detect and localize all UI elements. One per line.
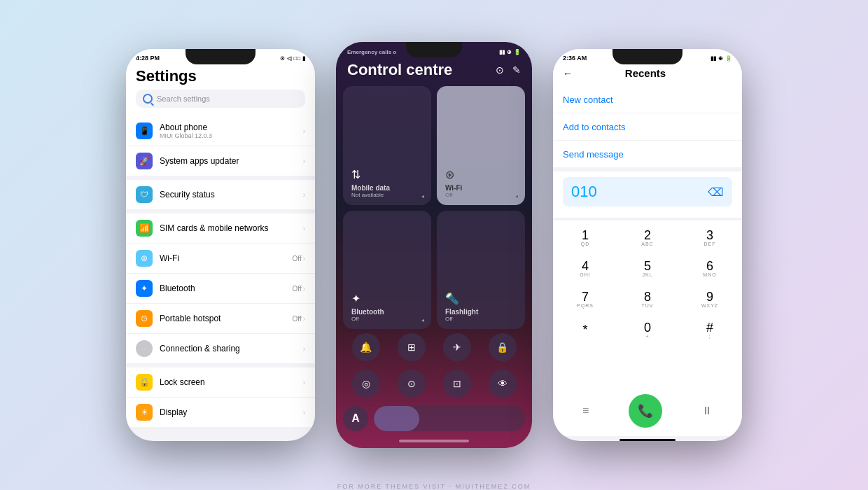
hotspot-icon: ⊙	[136, 310, 153, 327]
bluetooth-ctrl-label: Bluetooth	[351, 308, 384, 316]
settings-section-3: 📶 SIM cards & mobile networks › ⊛ Wi-Fi …	[126, 214, 315, 363]
connection-label: Connection & sharing	[160, 344, 296, 354]
updater-icon: 🚀	[136, 153, 153, 169]
key-4[interactable]: 4 GHI	[563, 254, 608, 282]
dialer-status-icons: ▮▮ ⊕ 🔋	[710, 55, 732, 62]
new-contact-item[interactable]: New contact	[553, 86, 742, 113]
settings-item-display[interactable]: ☀ Display ›	[126, 398, 315, 427]
focus-btn[interactable]: ◎	[352, 370, 380, 398]
control-header: Control centre ⊙ ✎	[336, 58, 532, 86]
settings-item-lock[interactable]: 🔒 Lock screen ›	[126, 368, 315, 398]
key-5[interactable]: 5 JKL	[625, 254, 670, 282]
settings-time: 4:28 PM	[136, 55, 160, 62]
bluetooth-label: Bluetooth	[160, 284, 286, 293]
settings-screen: 4:28 PM ⊙ ◁ □□ ▮ Settings Search setting…	[126, 49, 315, 441]
keypad-row-3: 7 PQRS 8 TUV 9 WXYZ	[563, 285, 732, 313]
watermark: FOR MORE THEMES VISIT - MIUITHEMEZ.COM	[337, 483, 531, 490]
wifi-ctrl-btn[interactable]: ⊛ Wi-Fi Off ◂	[437, 86, 525, 205]
mobile-data-btn[interactable]: ⇅ Mobile data Not available ◂	[343, 86, 431, 205]
keypad-row-4: * 0 + # ;	[563, 316, 732, 344]
font-size-btn[interactable]: A	[343, 406, 368, 431]
airplane-btn[interactable]: ✈	[443, 333, 471, 361]
flashlight-ctrl-btn[interactable]: 🔦 Flashlight Off	[437, 211, 525, 330]
backspace-button[interactable]: ⌫	[708, 186, 724, 199]
hotspot-label: Portable hotspot	[160, 314, 286, 323]
flashlight-icon: 🔦	[445, 292, 459, 305]
eye-btn[interactable]: 👁	[489, 370, 517, 398]
home-bar	[620, 439, 676, 441]
lock-rotate-btn[interactable]: 🔒	[489, 333, 517, 361]
settings-item-sim[interactable]: 📶 SIM cards & mobile networks ›	[126, 214, 315, 244]
flashlight-sublabel: Off	[445, 316, 453, 322]
screenshot-btn[interactable]: ⊞	[398, 333, 426, 361]
back-button[interactable]: ←	[563, 68, 573, 79]
ctrl-row-2: ◎ ⊙ ⊡ 👁	[336, 365, 532, 402]
key-7[interactable]: 7 PQRS	[563, 285, 608, 313]
wifi-ctrl-icon: ⊛	[445, 168, 454, 181]
key-0[interactable]: 0 +	[625, 316, 670, 344]
record-btn[interactable]: ⊙	[398, 370, 426, 398]
control-screen: Emergency calls o ▮▮ ⊕ 🔋 Control centre …	[336, 42, 532, 448]
key-hash[interactable]: # ;	[687, 316, 732, 344]
sim-label: SIM cards & mobile networks	[160, 223, 296, 233]
key-star[interactable]: *	[563, 316, 608, 344]
send-message-label: Send message	[563, 149, 624, 160]
brightness-slider[interactable]	[374, 406, 525, 431]
phone-dialer: 2:36 AM ▮▮ ⊕ 🔋 ← Recents New contact Add…	[553, 49, 742, 441]
settings-title: Settings	[136, 67, 305, 85]
flashlight-label: Flashlight	[445, 308, 478, 316]
brightness-row: A	[336, 402, 532, 435]
bluetooth-ctrl-icon: ✦	[351, 292, 360, 305]
bluetooth-ctrl-sublabel: Off	[351, 316, 359, 322]
call-button[interactable]: 📞	[629, 394, 662, 428]
scan-btn[interactable]: ⊡	[443, 370, 471, 398]
settings-item-bluetooth[interactable]: ✦ Bluetooth Off ›	[126, 274, 315, 304]
number-display: 010 ⌫	[563, 177, 732, 206]
send-message-item[interactable]: Send message	[553, 141, 742, 167]
display-icon: ☀	[136, 404, 153, 421]
dialer-number: 010	[571, 183, 597, 201]
display-label: Display	[160, 407, 296, 417]
sim-icon: 📶	[136, 220, 153, 237]
about-phone-label: About phone	[160, 122, 296, 132]
settings-item-about[interactable]: 📱 About phone MIUI Global 12.0.3 ›	[126, 116, 315, 146]
settings-list: 📱 About phone MIUI Global 12.0.3 › 🚀 Sys…	[126, 116, 315, 441]
settings-circle-icon[interactable]: ⊙	[496, 64, 504, 76]
about-phone-sublabel: MIUI Global 12.0.3	[160, 132, 296, 139]
key-3[interactable]: 3 DEF	[687, 223, 732, 251]
settings-item-updater[interactable]: 🚀 System apps updater ›	[126, 146, 315, 176]
settings-item-wifi[interactable]: ⊛ Wi-Fi Off ›	[126, 244, 315, 274]
key-9[interactable]: 9 WXYZ	[687, 285, 732, 313]
notification-btn[interactable]: 🔔	[352, 333, 380, 361]
dialer-phone-notch	[612, 49, 682, 64]
menu-icon[interactable]: ≡	[582, 405, 589, 417]
ctrl-row-1: 🔔 ⊞ ✈ 🔒	[336, 329, 532, 365]
home-indicator	[399, 440, 469, 442]
recents-title: Recents	[578, 67, 713, 79]
control-header-icons: ⊙ ✎	[496, 64, 521, 76]
pause-icon[interactable]: ⏸	[701, 405, 713, 417]
control-grid: ⇅ Mobile data Not available ◂ ⊛ Wi-Fi Of…	[336, 86, 532, 329]
wifi-ctrl-label: Wi-Fi	[445, 184, 462, 192]
mobile-data-label: Mobile data	[351, 184, 390, 192]
add-to-contacts-item[interactable]: Add to contacts	[553, 113, 742, 141]
settings-section-4: 🔒 Lock screen › ☀ Display ›	[126, 368, 315, 427]
key-8[interactable]: 8 TUV	[625, 285, 670, 313]
key-6[interactable]: 6 MNO	[687, 254, 732, 282]
dialer-input-area: 010 ⌫	[553, 172, 742, 218]
key-2[interactable]: 2 ABC	[625, 223, 670, 251]
bluetooth-ctrl-btn[interactable]: ✦ Bluetooth Off ◂	[343, 211, 431, 330]
updater-label: System apps updater	[160, 156, 296, 166]
edit-icon[interactable]: ✎	[512, 64, 521, 76]
key-1[interactable]: 1 QD	[563, 223, 608, 251]
settings-item-security[interactable]: 🛡 Security status ›	[126, 180, 315, 209]
settings-item-hotspot[interactable]: ⊙ Portable hotspot Off ›	[126, 304, 315, 334]
settings-section-1: 📱 About phone MIUI Global 12.0.3 › 🚀 Sys…	[126, 116, 315, 176]
dialer-time: 2:36 AM	[563, 55, 587, 62]
dialer-screen: 2:36 AM ▮▮ ⊕ 🔋 ← Recents New contact Add…	[553, 49, 742, 441]
control-status-icons: ▮▮ ⊕ 🔋	[499, 49, 521, 55]
search-bar[interactable]: Search settings	[136, 90, 305, 108]
settings-item-connection[interactable]: ··· Connection & sharing ›	[126, 334, 315, 363]
dialer-title-bar: ← Recents	[553, 64, 742, 86]
new-contact-label: New contact	[563, 94, 613, 105]
